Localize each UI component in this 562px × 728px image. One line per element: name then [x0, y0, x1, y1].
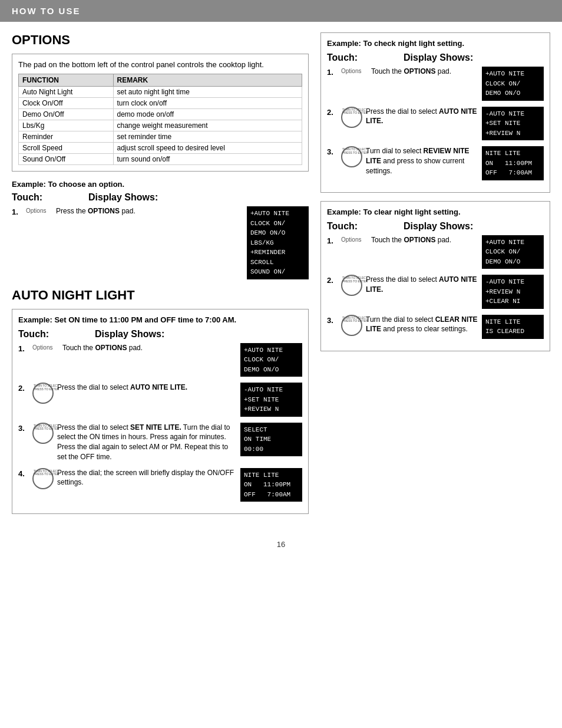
dial-circle: TURN TO SELECT PRESS TO ENTER	[32, 468, 54, 489]
step-row: 2.TURN TO SELECT PRESS TO ENTERPress the…	[327, 107, 544, 141]
step-description: Press the dial to select AUTO NITE LITE.	[57, 383, 237, 393]
step-touch-label: Options	[341, 68, 368, 74]
right-column: Example: To check night light setting. T…	[320, 32, 550, 522]
step-row: 3.TURN TO SELECT PRESS TO ENTERTurn the …	[327, 315, 544, 339]
dial-label: TURN TO SELECT PRESS TO ENTER	[342, 148, 361, 154]
table-cell: Demo On/Off	[19, 109, 114, 120]
table-cell: Auto Night Light	[19, 87, 114, 98]
step-description: Press the dial to select AUTO NITE LITE.	[366, 107, 478, 127]
auto-night-title: AUTO NIGHT LIGHT	[12, 288, 309, 303]
table-cell: Sound On/Off	[19, 154, 114, 165]
options-steps: 1.OptionsPress the OPTIONS pad.+AUTO NIT…	[12, 206, 309, 279]
auto-night-example-label: Example: Set ON time to 11:00 PM and OFF…	[18, 315, 302, 324]
dial-circle: TURN TO SELECT PRESS TO ENTER	[341, 315, 362, 336]
clear-steps: 1.OptionsTouch the OPTIONS pad.+AUTO NIT…	[327, 235, 544, 339]
step-number: 1.	[327, 68, 338, 77]
page-number: 16	[0, 534, 562, 555]
step-row: 3.TURN TO SELECT PRESS TO ENTERTurn dial…	[327, 146, 544, 180]
display-box: +AUTO NITE CLOCK ON/ DEMO ON/O	[482, 235, 544, 269]
auto-night-display-label: Display Shows:	[95, 329, 164, 340]
table-cell: Scroll Speed	[19, 143, 114, 154]
step-number: 2.	[18, 384, 29, 393]
dial-label: TURN TO SELECT PRESS TO ENTER	[34, 470, 52, 476]
table-cell: Reminder	[19, 131, 114, 143]
clear-example-title: Example: To clear night light setting.	[327, 207, 544, 216]
step-description: Touch the OPTIONS pad.	[371, 67, 478, 77]
display-box: +AUTO NITE CLOCK ON/ DEMO ON/O	[482, 67, 544, 101]
step-row: 2.TURN TO SELECT PRESS TO ENTERPress the…	[18, 383, 302, 417]
display-box: -AUTO NITE +REVIEW N +CLEAR NI	[482, 275, 544, 309]
step-description: Press the dial to select SET NITE LITE. …	[57, 423, 237, 462]
dial-circle: TURN TO SELECT PRESS TO ENTER	[341, 275, 362, 296]
step-number: 4.	[18, 469, 29, 478]
step-row: 1.OptionsTouch the OPTIONS pad.+AUTO NIT…	[327, 235, 544, 269]
step-description: Turn dial to select REVIEW NITE LITE and…	[366, 146, 478, 176]
display-box: NITE LITE ON 11:00PM OFF 7:00AM	[240, 468, 302, 502]
auto-night-td-header: Touch: Display Shows:	[18, 329, 302, 340]
remark-col-header: REMARK	[113, 74, 302, 87]
dial-label: TURN TO SELECT PRESS TO ENTER	[34, 424, 52, 431]
auto-night-section: AUTO NIGHT LIGHT Example: Set ON time to…	[12, 288, 309, 515]
auto-night-example-box: Example: Set ON time to 11:00 PM and OFF…	[12, 309, 309, 515]
check-touch-label: Touch:	[327, 52, 398, 63]
auto-night-touch-label: Touch:	[18, 329, 89, 340]
options-touch-label: Touch:	[12, 192, 82, 203]
header-bar: HOW TO USE	[0, 0, 562, 22]
step-touch-label: Options	[341, 236, 368, 243]
options-td-header: Touch: Display Shows:	[12, 192, 309, 203]
step-number: 1.	[12, 207, 22, 216]
options-intro-text: The pad on the bottom left of the contro…	[18, 60, 302, 69]
check-example-title: Example: To check night light setting.	[327, 39, 544, 48]
check-example-box: Example: To check night light setting. T…	[320, 32, 550, 193]
table-cell: demo mode on/off	[113, 109, 302, 120]
options-display-label: Display Shows:	[88, 192, 158, 203]
clear-display-label: Display Shows:	[404, 221, 473, 232]
display-box: NITE LITE ON 11:00PM OFF 7:00AM	[482, 146, 544, 180]
table-cell: set reminder time	[113, 131, 302, 143]
table-cell: change weight measurement	[113, 120, 302, 131]
step-description: Touch the OPTIONS pad.	[62, 343, 237, 353]
table-cell: turn sound on/off	[113, 154, 302, 165]
step-number: 3.	[327, 147, 338, 156]
check-td-header: Touch: Display Shows:	[327, 52, 544, 63]
display-box: +AUTO NITE CLOCK ON/ DEMO ON/O	[240, 343, 302, 377]
display-box: +AUTO NITE CLOCK ON/ DEMO ON/O LBS/KG +R…	[247, 206, 309, 279]
table-cell: set auto night light time	[113, 87, 302, 98]
step-number: 3.	[18, 424, 29, 433]
clear-td-header: Touch: Display Shows:	[327, 221, 544, 232]
check-display-label: Display Shows:	[404, 52, 473, 63]
dial-label: TURN TO SELECT PRESS TO ENTER	[342, 317, 361, 323]
step-row: 4.TURN TO SELECT PRESS TO ENTERPress the…	[18, 468, 302, 502]
step-touch-label: Options	[32, 344, 59, 351]
options-example-label: Example: To choose an option.	[12, 180, 309, 189]
dial-label: TURN TO SELECT PRESS TO ENTER	[342, 276, 361, 283]
function-table: FUNCTION REMARK Auto Night Lightset auto…	[18, 74, 302, 165]
header-title: HOW TO USE	[12, 6, 80, 16]
options-section: OPTIONS The pad on the bottom left of th…	[12, 32, 309, 279]
step-number: 2.	[327, 276, 338, 285]
step-description: Press the OPTIONS pad.	[56, 206, 243, 216]
step-row: 2.TURN TO SELECT PRESS TO ENTERPress the…	[327, 275, 544, 309]
options-title: OPTIONS	[12, 32, 309, 48]
display-box: -AUTO NITE +SET NITE +REVIEW N	[240, 383, 302, 417]
dial-circle: TURN TO SELECT PRESS TO ENTER	[32, 423, 54, 444]
dial-label: TURN TO SELECT PRESS TO ENTER	[34, 384, 52, 391]
step-number: 1.	[327, 236, 338, 245]
table-cell: Lbs/Kg	[19, 120, 114, 131]
check-steps: 1.OptionsTouch the OPTIONS pad.+AUTO NIT…	[327, 67, 544, 180]
step-description: Turn the dial to select CLEAR NITE LITE …	[366, 315, 478, 335]
display-box: SELECT ON TIME 00:00	[240, 423, 302, 457]
step-row: 1.OptionsPress the OPTIONS pad.+AUTO NIT…	[12, 206, 309, 279]
display-box: NITE LITE IS CLEARED	[482, 315, 544, 339]
step-description: Press the dial; the screen will briefly …	[57, 468, 237, 488]
options-intro-box: The pad on the bottom left of the contro…	[12, 54, 309, 172]
step-number: 2.	[327, 108, 338, 117]
step-row: 1.OptionsTouch the OPTIONS pad.+AUTO NIT…	[18, 343, 302, 377]
table-cell: adjust scroll speed to desired level	[113, 143, 302, 154]
step-row: 3.TURN TO SELECT PRESS TO ENTERPress the…	[18, 423, 302, 462]
dial-label: TURN TO SELECT PRESS TO ENTER	[342, 108, 361, 115]
clear-touch-label: Touch:	[327, 221, 398, 232]
step-number: 3.	[327, 316, 338, 325]
clear-example-box: Example: To clear night light setting. T…	[320, 201, 550, 351]
display-box: -AUTO NITE +SET NITE +REVIEW N	[482, 107, 544, 141]
